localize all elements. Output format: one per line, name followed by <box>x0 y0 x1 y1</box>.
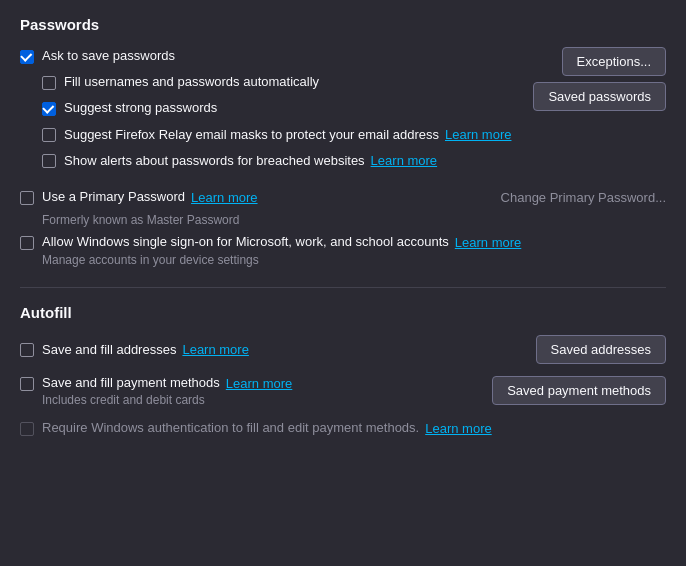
show-alerts-label[interactable]: Show alerts about passwords for breached… <box>64 152 365 170</box>
autofill-title: Autofill <box>20 304 666 321</box>
change-primary-button: Change Primary Password... <box>501 186 666 209</box>
saved-addresses-button[interactable]: Saved addresses <box>536 335 666 364</box>
show-alerts-learn-more[interactable]: Learn more <box>371 153 437 168</box>
autofill-section: Autofill Save and fill addresses Learn m… <box>20 304 666 437</box>
payment-methods-learn-more[interactable]: Learn more <box>226 376 292 391</box>
exceptions-button[interactable]: Exceptions... <box>562 47 666 76</box>
suggest-strong-checkbox[interactable] <box>42 102 56 116</box>
save-addresses-label[interactable]: Save and fill addresses <box>42 341 176 359</box>
suggest-relay-label[interactable]: Suggest Firefox Relay email masks to pro… <box>64 126 439 144</box>
suggest-relay-checkbox[interactable] <box>42 128 56 142</box>
windows-sso-checkbox[interactable] <box>20 236 34 250</box>
suggest-strong-label[interactable]: Suggest strong passwords <box>64 99 217 117</box>
fill-auto-checkbox[interactable] <box>42 76 56 90</box>
passwords-title: Passwords <box>20 16 666 33</box>
payment-methods-checkbox[interactable] <box>20 377 34 391</box>
divider <box>20 287 666 288</box>
primary-password-checkbox[interactable] <box>20 191 34 205</box>
windows-sso-learn-more[interactable]: Learn more <box>455 235 521 250</box>
require-auth-learn-more[interactable]: Learn more <box>425 421 491 436</box>
payment-methods-label[interactable]: Save and fill payment methods <box>42 374 220 392</box>
windows-sso-label[interactable]: Allow Windows single sign-on for Microso… <box>42 233 449 251</box>
show-alerts-checkbox[interactable] <box>42 154 56 168</box>
ask-save-checkbox[interactable] <box>20 50 34 64</box>
save-addresses-learn-more[interactable]: Learn more <box>182 342 248 357</box>
require-auth-label: Require Windows authentication to fill a… <box>42 419 419 437</box>
payment-methods-subtext: Includes credit and debit cards <box>42 393 205 407</box>
fill-auto-label[interactable]: Fill usernames and passwords automatical… <box>64 73 319 91</box>
ask-save-label[interactable]: Ask to save passwords <box>42 47 175 65</box>
primary-password-subtext: Formerly known as Master Password <box>42 213 666 227</box>
saved-payment-methods-button[interactable]: Saved payment methods <box>492 376 666 405</box>
require-auth-checkbox <box>20 422 34 436</box>
passwords-section: Passwords Ask to save passwords Fill use… <box>20 16 666 267</box>
windows-sso-subtext: Manage accounts in your device settings <box>42 253 666 267</box>
primary-password-learn-more[interactable]: Learn more <box>191 190 257 205</box>
saved-passwords-button[interactable]: Saved passwords <box>533 82 666 111</box>
suggest-relay-learn-more[interactable]: Learn more <box>445 127 511 142</box>
save-addresses-checkbox[interactable] <box>20 343 34 357</box>
primary-password-label[interactable]: Use a Primary Password <box>42 188 185 206</box>
